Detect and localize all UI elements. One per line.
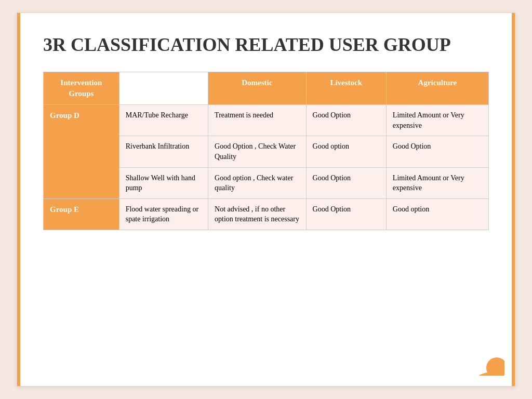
slide-container: 3R CLASSIFICATION RELATED USER GROUP Int…	[17, 12, 515, 387]
livestock-mar: Good Option	[306, 105, 386, 136]
livestock-flood: Good Option	[306, 198, 386, 230]
domestic-flood: Not advised , if no other option treatme…	[208, 198, 307, 230]
table-row: Group D MAR/Tube Recharge Treatment is n…	[44, 105, 489, 136]
domestic-shallow-well: Good option , Check water quality	[208, 167, 307, 198]
livestock-riverbank: Good option	[306, 136, 386, 167]
header-empty	[119, 72, 208, 105]
group-d-label: Group D	[44, 105, 119, 199]
agriculture-mar: Limited Amount or Very expensive	[386, 105, 488, 136]
corner-decoration	[478, 350, 504, 376]
agriculture-shallow-well: Limited Amount or Very expensive	[386, 167, 488, 198]
table-row: Group E Flood water spreading or spate i…	[44, 198, 489, 230]
svg-point-0	[486, 357, 504, 376]
intervention-flood: Flood water spreading or spate irrigatio…	[119, 198, 208, 230]
domestic-mar: Treatment is needed	[208, 105, 307, 136]
page-title: 3R CLASSIFICATION RELATED USER GROUP	[43, 34, 489, 56]
group-e-label: Group E	[44, 198, 119, 230]
intervention-riverbank: Riverbank Infiltration	[119, 136, 208, 167]
header-domestic: Domestic	[208, 72, 307, 105]
header-agriculture: Agriculture	[386, 72, 488, 105]
intervention-mar: MAR/Tube Recharge	[119, 105, 208, 136]
domestic-riverbank: Good Option , Check Water Quality	[208, 136, 307, 167]
livestock-shallow-well: Good Option	[306, 167, 386, 198]
intervention-shallow-well: Shallow Well with hand pump	[119, 167, 208, 198]
agriculture-flood: Good option	[386, 198, 488, 230]
header-intervention-groups: Intervention Groups	[44, 72, 119, 105]
table-header-row: Intervention Groups Domestic Livestock A…	[44, 72, 489, 105]
classification-table: Intervention Groups Domestic Livestock A…	[43, 72, 489, 230]
agriculture-riverbank: Good Option	[386, 136, 488, 167]
header-livestock: Livestock	[306, 72, 386, 105]
